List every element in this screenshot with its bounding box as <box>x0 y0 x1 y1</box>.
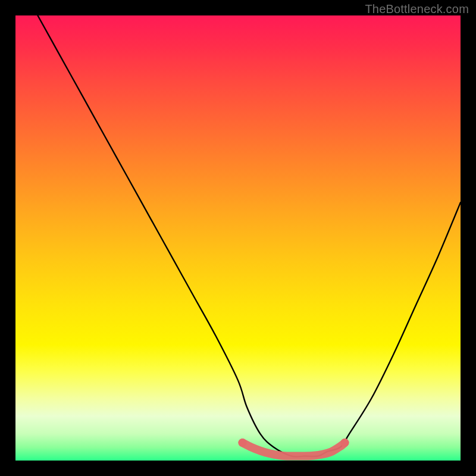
optimal-band-end-dot <box>341 439 349 447</box>
chart-frame: TheBottleneck.com <box>0 0 476 476</box>
optimal-band <box>242 443 345 456</box>
plot-area <box>15 15 461 461</box>
watermark-text: TheBottleneck.com <box>365 2 469 16</box>
curve-layer <box>15 15 461 461</box>
bottleneck-curve <box>37 15 461 457</box>
optimal-band-start-dot <box>238 439 246 447</box>
